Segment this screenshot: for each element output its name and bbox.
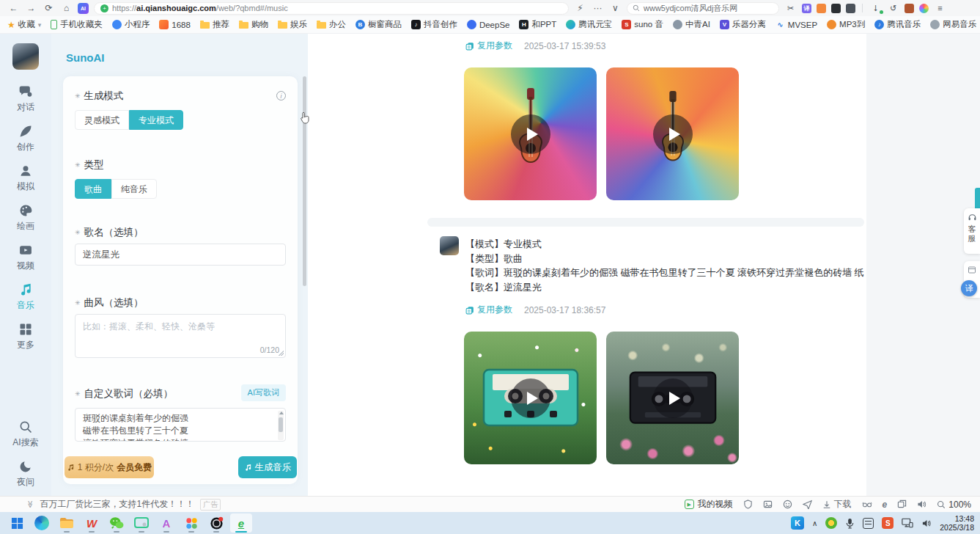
reader-mode-icon[interactable]: [831, 4, 841, 13]
taskbar-360-browser[interactable]: e: [230, 513, 252, 533]
sidebar-item-create[interactable]: 创作: [17, 124, 34, 153]
type-option-song[interactable]: 歌曲: [75, 179, 111, 199]
taskbar-ai-app[interactable]: A: [155, 513, 177, 533]
songname-input[interactable]: [75, 244, 286, 266]
mood-icon[interactable]: [783, 500, 792, 509]
multi-window-icon[interactable]: [897, 500, 907, 509]
search-query[interactable]: www5ydjcom清风dj音乐网: [644, 3, 737, 14]
play-button[interactable]: [511, 114, 550, 154]
bookmark-showcase[interactable]: B橱窗商品: [355, 19, 402, 30]
tray-expand-icon[interactable]: ∧: [812, 519, 817, 527]
reload-icon[interactable]: ⟳: [43, 0, 55, 16]
sidebar-item-video[interactable]: 视频: [17, 243, 34, 272]
scroll-up-icon[interactable]: [279, 412, 284, 414]
sidebar-item-night-mode[interactable]: 夜间: [17, 459, 34, 489]
style-textarea[interactable]: [75, 315, 285, 357]
track-cover-cassette-1[interactable]: [464, 332, 597, 464]
search-box[interactable]: www5ydjcom清风dj音乐网: [627, 2, 779, 15]
bookmark-phone-favorites[interactable]: 手机收藏夹: [51, 19, 103, 30]
ai-write-lyrics-button[interactable]: AI写歌词: [241, 384, 286, 401]
taskbar-wechat[interactable]: [106, 513, 128, 533]
bookmark-heppt[interactable]: H和PPT: [519, 19, 556, 30]
taskbar-screenshare[interactable]: [130, 513, 152, 533]
network-icon[interactable]: [902, 518, 913, 528]
bookmark-deepseek[interactable]: DeepSe: [467, 20, 510, 29]
taskbar-wps[interactable]: W: [81, 513, 103, 533]
bookmark-douyin-create[interactable]: ♪抖音创作: [411, 19, 457, 30]
sidebar-item-music[interactable]: 音乐: [17, 282, 34, 312]
track-cover-cassette-2[interactable]: [606, 332, 739, 464]
sidebar-item-ai-search[interactable]: AI搜索: [12, 420, 38, 449]
microphone-icon[interactable]: [845, 518, 855, 529]
reuse-params-button[interactable]: 复用参数: [465, 304, 512, 316]
play-button[interactable]: [511, 378, 550, 418]
track-cover-guitar-2[interactable]: [606, 67, 739, 200]
translate-ext-icon[interactable]: 译: [802, 4, 811, 13]
bookmark-folder-entertainment[interactable]: 娱乐: [278, 19, 307, 30]
scrollbar-thumb[interactable]: [279, 417, 283, 432]
extensions-icon[interactable]: [846, 4, 855, 13]
site-safety-icon[interactable]: +: [100, 4, 108, 12]
generate-music-button[interactable]: 生成音乐: [238, 456, 297, 478]
bookmark-yuanbao[interactable]: 腾讯元宝: [566, 19, 612, 30]
taskbar-obs[interactable]: [205, 513, 227, 533]
site-favicon[interactable]: AI: [78, 3, 89, 14]
scissors-icon[interactable]: ✂: [784, 4, 797, 13]
lyrics-textarea[interactable]: 斑驳的课桌刻着年少的倔强 磁带在书包里转了三十个夏 滚铁环穿过弄堂褪色的砖墙: [75, 409, 285, 441]
bookmark-qq-music[interactable]: ♪腾讯音乐: [874, 19, 921, 30]
zoom-control[interactable]: 100%: [937, 500, 971, 510]
bookmark-zhongqing-ai[interactable]: 中青AI: [673, 19, 710, 30]
start-button[interactable]: [6, 513, 28, 533]
more-actions-icon[interactable]: ···: [592, 0, 604, 16]
toolbox-icon[interactable]: [905, 4, 914, 13]
bookmark-1688[interactable]: 1688: [159, 20, 191, 29]
kimi-tray-icon[interactable]: K: [791, 516, 804, 530]
play-button[interactable]: [653, 114, 693, 154]
bookmark-instrument-split[interactable]: V乐器分离: [720, 19, 766, 30]
mode-option-professional[interactable]: 专业模式: [129, 110, 183, 130]
panel-scrollbar[interactable]: [303, 76, 306, 286]
status-ad-text[interactable]: 百万工厂货比三家，支持1件代发！！！: [40, 498, 194, 511]
speed-mode-icon[interactable]: ⚡: [574, 0, 586, 16]
reuse-params-button[interactable]: 复用参数: [465, 40, 512, 52]
taskbar-clock[interactable]: 13:48 2025/3/18: [940, 514, 974, 532]
mode-option-inspiration[interactable]: 灵感模式: [75, 110, 129, 130]
forward-icon[interactable]: →: [25, 0, 37, 16]
dropdown-icon[interactable]: ∨: [609, 0, 622, 16]
play-button[interactable]: [653, 378, 693, 418]
volume-icon[interactable]: [917, 500, 926, 509]
info-icon[interactable]: i: [276, 91, 286, 100]
translate-button[interactable]: 译: [961, 280, 977, 296]
bookmark-folder-shopping[interactable]: 购物: [239, 19, 268, 30]
user-avatar[interactable]: [12, 43, 39, 70]
bookmark-suno[interactable]: Ssuno 音: [622, 19, 663, 30]
collapse-icon[interactable]: ≫: [26, 500, 34, 508]
sidebar-item-simulate[interactable]: 模拟: [17, 164, 34, 193]
shield-icon[interactable]: [743, 500, 753, 509]
theme-icon[interactable]: [919, 4, 929, 13]
restore-tabs-icon[interactable]: ↺: [887, 4, 899, 13]
message-avatar[interactable]: [440, 236, 459, 255]
back-icon[interactable]: ←: [7, 0, 20, 16]
sidebar-item-more[interactable]: 更多: [17, 322, 34, 351]
screenshot-icon[interactable]: [763, 500, 773, 509]
type-option-instrumental[interactable]: 纯音乐: [111, 179, 157, 199]
sidebar-item-chat[interactable]: 对话: [17, 84, 34, 114]
bookmark-mp3[interactable]: MP3到: [827, 19, 865, 30]
track-cover-guitar-1[interactable]: [464, 67, 597, 200]
game-center-icon[interactable]: [817, 4, 826, 13]
bookmark-netease-music[interactable]: 网易音乐: [930, 19, 976, 30]
download-manager-icon[interactable]: ⭣: [869, 4, 882, 13]
my-video-button[interactable]: ▶我的视频: [685, 498, 733, 511]
sogou-icon[interactable]: S: [882, 517, 894, 529]
address-bar[interactable]: + https://ai.qianshouaigc.com/web/?qbmd#…: [94, 2, 569, 15]
ime-icon[interactable]: [863, 518, 874, 529]
bookmark-mvsep[interactable]: ∿MVSEP: [775, 20, 817, 29]
send-icon[interactable]: [803, 500, 812, 509]
menu-icon[interactable]: ≡: [934, 4, 946, 12]
taskbar-explorer[interactable]: [56, 513, 78, 533]
360-safety-tray-icon[interactable]: [825, 517, 837, 529]
sidebar-item-paint[interactable]: 绘画: [17, 203, 34, 233]
lyrics-scrollbar[interactable]: [278, 411, 284, 440]
customer-service-widget[interactable]: 客服: [964, 208, 980, 254]
